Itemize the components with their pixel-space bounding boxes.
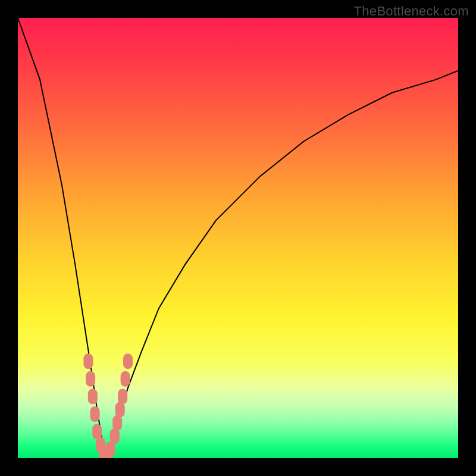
outer-frame: TheBottleneck.com [0, 0, 476, 476]
data-marker [88, 389, 98, 404]
chart-svg [18, 18, 458, 458]
data-marker [115, 402, 125, 418]
data-marker [118, 389, 127, 404]
data-marker [110, 428, 120, 444]
data-marker [86, 371, 95, 387]
data-marker [105, 441, 115, 457]
data-marker [112, 415, 122, 431]
plot-area [18, 18, 458, 458]
data-marker [83, 353, 93, 369]
data-marker [90, 406, 100, 422]
watermark-text: TheBottleneck.com [354, 4, 469, 19]
data-marker [123, 353, 133, 369]
data-marker [121, 371, 130, 387]
data-marker [92, 424, 102, 440]
bottleneck-curve [18, 18, 458, 458]
